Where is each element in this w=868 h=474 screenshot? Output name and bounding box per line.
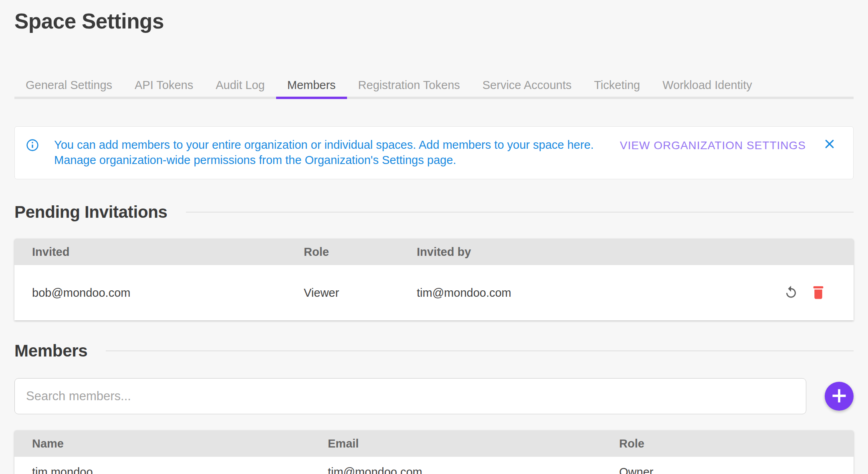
view-organization-settings-link[interactable]: VIEW ORGANIZATION SETTINGS [620, 139, 806, 152]
trash-icon [811, 285, 825, 301]
member-email: tim@mondoo.com [328, 466, 619, 474]
page-title: Space Settings [14, 0, 854, 33]
member-role: Owner [619, 466, 854, 474]
plus-icon [830, 387, 848, 406]
close-x-icon [824, 145, 836, 151]
column-header-role: Role [304, 245, 417, 259]
invitation-actions [749, 285, 854, 301]
pending-table-header-row: Invited Role Invited by [14, 239, 854, 265]
heading-divider [186, 212, 854, 213]
info-banner: You can add members to your entire organ… [14, 126, 854, 179]
tab-workload-identity[interactable]: Workload Identity [651, 73, 763, 97]
column-header-role: Role [619, 437, 854, 450]
invited-by-email: tim@mondoo.com [417, 286, 749, 300]
invited-role: Viewer [304, 286, 417, 300]
banner-message: You can add members to your entire organ… [54, 137, 604, 168]
pending-invitations-heading: Pending Invitations [14, 203, 168, 222]
members-search-row [14, 378, 854, 414]
column-header-invited-by: Invited by [417, 245, 749, 259]
members-section-header: Members [14, 341, 854, 361]
member-row: tim mondoo tim@mondoo.com Owner [14, 457, 854, 474]
pending-invitations-table: Invited Role Invited by bob@mondoo.com V… [14, 239, 854, 320]
search-members-input[interactable] [14, 378, 806, 414]
replay-icon [784, 285, 798, 301]
invited-email: bob@mondoo.com [14, 286, 304, 300]
banner-close-button[interactable] [824, 138, 836, 150]
tab-members[interactable]: Members [276, 73, 347, 97]
delete-invitation-button[interactable] [810, 285, 826, 301]
tab-audit-log[interactable]: Audit Log [204, 73, 276, 97]
tab-bar: General Settings API Tokens Audit Log Me… [14, 73, 854, 97]
column-header-invited: Invited [14, 245, 304, 259]
add-member-button[interactable] [825, 382, 854, 411]
column-header-email: Email [328, 437, 619, 450]
heading-divider [106, 350, 854, 351]
tab-api-tokens[interactable]: API Tokens [123, 73, 204, 97]
pending-invitations-section-header: Pending Invitations [14, 203, 854, 222]
members-heading: Members [14, 341, 87, 361]
members-table: Name Email Role tim mondoo tim@mondoo.co… [14, 430, 854, 474]
pending-invitation-row: bob@mondoo.com Viewer tim@mondoo.com [14, 265, 854, 320]
members-table-header-row: Name Email Role [14, 430, 854, 457]
info-circle-icon [26, 139, 39, 153]
tab-underline-track [14, 97, 854, 99]
tab-general-settings[interactable]: General Settings [14, 73, 123, 97]
resend-invitation-button[interactable] [783, 285, 799, 301]
column-header-name: Name [14, 437, 328, 450]
tab-service-accounts[interactable]: Service Accounts [471, 73, 583, 97]
member-name: tim mondoo [14, 466, 328, 474]
space-settings-page: Space Settings General Settings API Toke… [0, 0, 868, 474]
tab-registration-tokens[interactable]: Registration Tokens [347, 73, 471, 97]
tab-ticketing[interactable]: Ticketing [583, 73, 651, 97]
